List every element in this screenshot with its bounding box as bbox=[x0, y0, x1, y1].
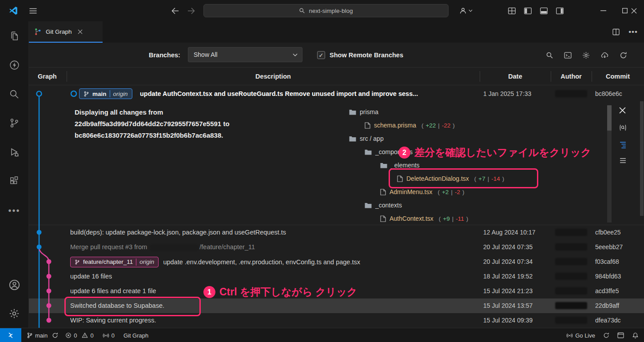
code-review-icon[interactable] bbox=[619, 124, 627, 131]
thunder-client-icon[interactable] bbox=[0, 54, 28, 76]
step-number-badge: 2 bbox=[398, 147, 410, 159]
ports-item[interactable]: 0 bbox=[103, 332, 115, 339]
settings-icon[interactable] bbox=[582, 52, 590, 59]
sync-changes-icon[interactable] bbox=[52, 332, 58, 338]
tab-git-graph[interactable]: Git Graph bbox=[29, 21, 103, 43]
extensions-icon[interactable] bbox=[0, 171, 28, 192]
commit-date: 15 Jul 2024 13:57 bbox=[483, 298, 533, 313]
layout-grid-icon[interactable] bbox=[504, 0, 519, 21]
column-date[interactable]: Date bbox=[480, 68, 551, 85]
highlight-box-file bbox=[389, 168, 538, 188]
close-details-icon[interactable] bbox=[619, 107, 626, 114]
refresh-icon[interactable] bbox=[620, 52, 627, 59]
show-remote-checkbox[interactable]: ✓ bbox=[317, 51, 325, 59]
column-author[interactable]: Author bbox=[551, 68, 592, 85]
details-scrollbar[interactable] bbox=[607, 105, 612, 223]
author-redacted bbox=[555, 302, 587, 309]
details-line1: Displaying all changes from bbox=[75, 108, 163, 116]
tree-file-auth-context[interactable]: AuthContext.tsx (+9|-11) bbox=[380, 212, 468, 225]
minimize-button[interactable] bbox=[593, 0, 613, 21]
commit-row[interactable]: build(deps): update package-lock.json, p… bbox=[29, 225, 644, 240]
account-icon[interactable] bbox=[0, 274, 28, 295]
notifications-bell-icon[interactable] bbox=[632, 332, 639, 339]
settings-gear-icon[interactable] bbox=[0, 303, 28, 324]
branches-label: Branches: bbox=[149, 43, 180, 68]
author-redacted bbox=[555, 258, 587, 265]
chevron-down-icon bbox=[293, 53, 298, 56]
forward-arrow-icon[interactable] bbox=[184, 0, 198, 21]
column-graph[interactable]: Graph bbox=[38, 68, 64, 85]
branch-status-item[interactable]: main bbox=[27, 332, 48, 339]
branch-label-main[interactable]: main origin bbox=[79, 88, 132, 99]
tab-close-icon[interactable] bbox=[78, 29, 83, 34]
tree-folder-prisma[interactable]: prisma bbox=[349, 105, 378, 119]
annotation-text: Ctrl を押下しながら クリック bbox=[219, 285, 357, 299]
go-live-item[interactable]: Go Live bbox=[566, 332, 595, 339]
commit-row[interactable]: feature/chapter_11 origin update .env.de… bbox=[29, 255, 644, 269]
editor-tab-bar: Git Graph ••• bbox=[29, 21, 644, 43]
terminal-icon[interactable] bbox=[564, 52, 572, 59]
highlight-box-commit bbox=[64, 297, 201, 316]
commit-date: 15 Jul 2024 09:39 bbox=[483, 313, 533, 328]
commit-hash: bc806e6c bbox=[595, 85, 622, 102]
commit-row-head[interactable]: main origin update AuthContext.tsx and u… bbox=[29, 85, 644, 102]
back-arrow-icon[interactable] bbox=[168, 0, 182, 21]
git-graph-status-item[interactable]: Git Graph bbox=[123, 332, 148, 339]
commit-hash: f03caf68 bbox=[595, 255, 619, 269]
source-control-icon[interactable] bbox=[0, 112, 28, 134]
branches-dropdown[interactable]: Show All bbox=[188, 47, 302, 62]
tab-label: Git Graph bbox=[46, 28, 72, 35]
file-name: AuthContext.tsx bbox=[390, 215, 433, 222]
commit-date: 1 Jan 2025 17:33 bbox=[483, 85, 531, 102]
go-live-label: Go Live bbox=[575, 332, 595, 339]
page-scrollbar[interactable] bbox=[640, 101, 644, 216]
warning-count: 0 bbox=[90, 332, 93, 339]
activity-bar: ••• bbox=[0, 21, 29, 328]
search-sidebar-icon[interactable] bbox=[0, 84, 28, 105]
author-redacted bbox=[555, 90, 587, 97]
folder-icon bbox=[380, 163, 387, 168]
column-commit[interactable]: Commit bbox=[592, 68, 644, 85]
author-redacted bbox=[555, 229, 587, 236]
branch-name: feature/chapter_11 bbox=[83, 258, 133, 265]
folder-name: _contexts bbox=[375, 202, 402, 209]
toggle-panel-icon[interactable] bbox=[536, 0, 551, 21]
toggle-sidebar-left-icon[interactable] bbox=[520, 0, 535, 21]
browser-preview-icon[interactable] bbox=[617, 332, 624, 338]
file-list-view-icon[interactable] bbox=[619, 157, 627, 164]
folder-icon bbox=[365, 149, 372, 155]
author-redacted bbox=[555, 243, 587, 251]
account-menu-icon[interactable] bbox=[457, 0, 475, 21]
commit-row[interactable]: Merge pull request #3 from /feature/chap… bbox=[29, 240, 644, 255]
sync-status-icon[interactable] bbox=[603, 332, 609, 338]
problems-item[interactable]: 0 0 bbox=[65, 332, 93, 339]
menu-icon[interactable] bbox=[25, 0, 41, 21]
run-debug-icon[interactable] bbox=[0, 142, 28, 163]
branch-label-feature[interactable]: feature/chapter_11 origin bbox=[70, 257, 159, 267]
details-line3: bc806e6c18307726a07753f15b2f0b6b7ac6a838… bbox=[75, 131, 223, 139]
toggle-sidebar-right-icon[interactable] bbox=[552, 0, 567, 21]
close-window-button[interactable] bbox=[624, 0, 644, 21]
column-description[interactable]: Description bbox=[67, 68, 480, 85]
folder-icon bbox=[365, 203, 372, 208]
branch-name: main bbox=[92, 91, 107, 97]
titlebar: next-simple-blog bbox=[0, 0, 644, 21]
explorer-icon[interactable] bbox=[0, 25, 28, 47]
command-center-search[interactable]: next-simple-blog bbox=[203, 4, 449, 17]
details-line2: 22db9aff5a3d99d7dd64dd2c792955f7657e5591… bbox=[75, 120, 230, 127]
split-editor-icon[interactable] bbox=[612, 28, 620, 36]
commit-row[interactable]: update 16 files 18 Jul 2024 19:52 984bfd… bbox=[29, 269, 644, 284]
commit-message: update 16 files bbox=[70, 269, 112, 284]
commit-hash: 984bfd63 bbox=[595, 269, 621, 284]
tree-folder-contexts[interactable]: _contexts bbox=[365, 199, 402, 212]
file-tree-view-icon[interactable] bbox=[619, 141, 627, 148]
more-views-icon[interactable]: ••• bbox=[0, 200, 28, 221]
commit-date: 18 Jul 2024 19:52 bbox=[483, 269, 533, 284]
tree-file-schema-prisma[interactable]: schema.prisma (+22|-22) bbox=[365, 119, 455, 132]
editor-more-actions-icon[interactable]: ••• bbox=[628, 28, 638, 36]
tree-folder-src-app[interactable]: src / app bbox=[349, 132, 384, 145]
remote-indicator-button[interactable] bbox=[0, 328, 21, 342]
find-commit-icon[interactable] bbox=[546, 52, 553, 59]
search-icon bbox=[299, 8, 305, 14]
fetch-remote-icon[interactable] bbox=[600, 52, 609, 59]
